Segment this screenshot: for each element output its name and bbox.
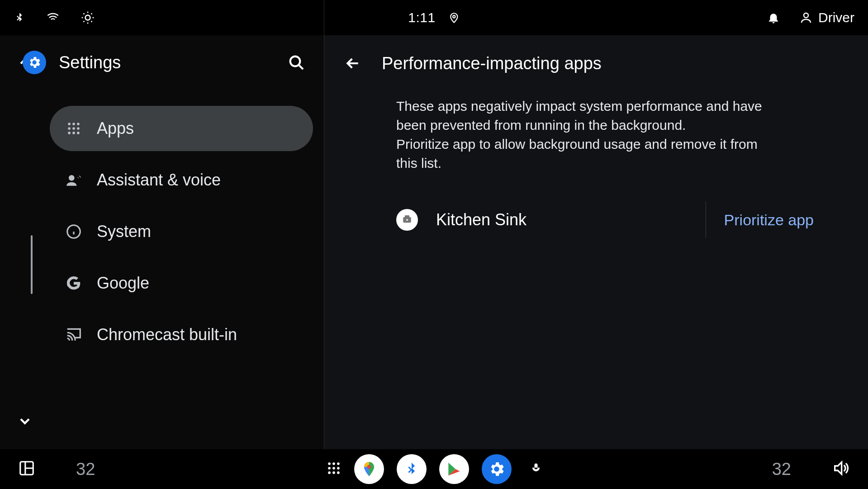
dock-bluetooth-button[interactable] (397, 454, 427, 484)
dock-settings-button[interactable] (482, 454, 512, 484)
svg-point-23 (332, 467, 335, 470)
dock-play-button[interactable] (439, 454, 469, 484)
main: Settings Apps (0, 35, 868, 449)
volume-button[interactable] (832, 459, 850, 479)
menu-list: Apps Assistant & voice System (50, 106, 313, 357)
sidebar-item-chromecast[interactable]: Chromecast built-in (50, 312, 313, 357)
svg-point-25 (328, 471, 331, 474)
status-bar: 1:11 Driver (0, 0, 868, 35)
gear-icon (27, 55, 42, 70)
sidebar-item-system[interactable]: System (50, 209, 313, 254)
bottom-right: 32 (772, 459, 850, 479)
svg-point-24 (337, 467, 340, 470)
sidebar-item-label: Google (97, 274, 149, 293)
temp-left[interactable]: 32 (76, 460, 95, 479)
svg-point-4 (68, 123, 71, 125)
svg-point-28 (367, 465, 371, 469)
sidebar-item-assistant[interactable]: Assistant & voice (50, 157, 313, 203)
svg-point-26 (332, 471, 335, 474)
pane-divider (324, 0, 324, 489)
bluetooth-icon[interactable] (14, 10, 25, 25)
app-row-divider (706, 202, 706, 238)
app-row: Kitchen Sink Prioritize app (342, 191, 841, 249)
user-chip[interactable]: Driver (799, 10, 854, 25)
screen: 1:11 Driver (0, 0, 868, 489)
sidebar-header: Settings (14, 46, 313, 88)
svg-point-22 (328, 467, 331, 470)
sidebar-item-label: Assistant & voice (97, 171, 221, 190)
play-store-icon (446, 461, 463, 478)
svg-point-0 (85, 15, 90, 20)
chevron-down-icon (17, 413, 33, 429)
sidebar-item-label: Apps (97, 119, 134, 138)
svg-point-1 (453, 15, 455, 18)
temp-right[interactable]: 32 (772, 460, 791, 479)
maps-icon (360, 461, 378, 478)
app-info[interactable]: Kitchen Sink (396, 209, 688, 231)
user-label: Driver (818, 10, 854, 25)
arrow-left-icon (344, 54, 362, 72)
status-center: 1:11 (408, 10, 460, 25)
svg-point-21 (337, 462, 340, 465)
google-icon (64, 274, 83, 293)
sidebar-scrollbar[interactable] (31, 235, 33, 294)
sidebar-content: Settings Apps (50, 35, 324, 449)
sidebar-item-google[interactable]: Google (50, 261, 313, 306)
wifi-icon[interactable] (45, 11, 61, 24)
notifications-icon[interactable] (767, 10, 780, 25)
app-name: Kitchen Sink (436, 210, 526, 229)
sidebar-title: Settings (59, 53, 121, 72)
svg-point-27 (337, 471, 340, 474)
search-button[interactable] (285, 51, 308, 74)
detail-pane: Performance-impacting apps These apps ne… (324, 35, 868, 449)
microphone-icon (530, 460, 542, 476)
dock (326, 454, 542, 484)
brightness-icon[interactable] (81, 10, 95, 25)
status-right: Driver (767, 10, 854, 25)
svg-point-11 (72, 132, 75, 134)
nav-arrows (0, 35, 50, 449)
svg-point-5 (72, 123, 75, 125)
svg-point-12 (77, 132, 80, 134)
apps-grid-icon (326, 461, 342, 476)
status-left (14, 10, 95, 25)
detail-title: Performance-impacting apps (382, 54, 602, 73)
volume-icon (832, 459, 850, 477)
sidebar: Settings Apps (0, 35, 324, 449)
dock-maps-button[interactable] (354, 454, 384, 484)
app-launcher-button[interactable] (326, 461, 342, 478)
svg-point-8 (72, 127, 75, 130)
bottom-left: 32 (18, 460, 95, 479)
svg-point-3 (290, 57, 300, 66)
clock: 1:11 (408, 10, 435, 25)
app-icon (396, 209, 418, 231)
svg-point-17 (406, 219, 408, 221)
svg-point-2 (804, 13, 808, 18)
dashboard-icon (18, 460, 35, 477)
gear-icon (488, 460, 506, 478)
settings-badge (23, 51, 46, 74)
svg-point-6 (77, 123, 80, 125)
scroll-down-button[interactable] (17, 413, 33, 431)
detail-header: Performance-impacting apps (342, 49, 841, 88)
search-icon (287, 53, 305, 71)
apps-grid-icon (64, 119, 83, 138)
svg-point-7 (68, 127, 71, 130)
sidebar-item-label: System (97, 222, 151, 241)
bottom-bar: 32 32 (0, 449, 868, 489)
info-icon (64, 222, 83, 241)
bluetooth-icon (404, 460, 419, 479)
location-icon[interactable] (448, 10, 460, 25)
svg-point-19 (328, 462, 331, 465)
sidebar-item-apps[interactable]: Apps (50, 106, 313, 151)
svg-point-20 (332, 462, 335, 465)
svg-point-9 (77, 127, 80, 130)
svg-point-13 (69, 175, 75, 181)
back-button[interactable] (342, 52, 364, 74)
dashboard-button[interactable] (18, 460, 35, 479)
user-icon (799, 11, 813, 24)
svg-point-10 (68, 132, 71, 134)
prioritize-button[interactable]: Prioritize app (724, 211, 841, 229)
assistant-icon (64, 171, 83, 190)
mic-button[interactable] (530, 460, 542, 478)
